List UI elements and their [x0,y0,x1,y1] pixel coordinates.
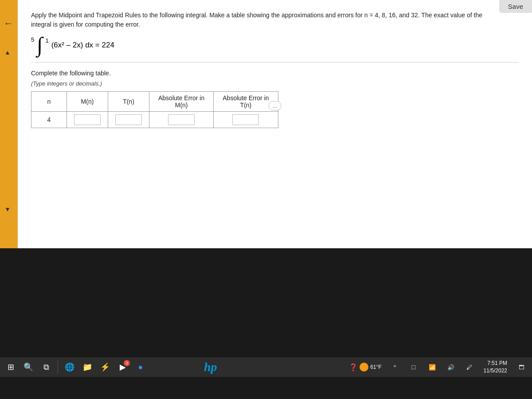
integral-expression: (6x² – 2x) dx = 224 [51,41,114,50]
cell-mn [67,112,108,128]
input-abs-tn[interactable] [232,114,259,125]
task-view-button[interactable]: ⧉ [38,359,54,375]
save-button[interactable]: Save [499,0,532,13]
taskbar: ⊞ 🔍 ⧉ 🌐 📁 ⚡ ▶ 3 ● ❓ 61°F ^ □ 📶 [0,357,532,377]
integral-symbol: ∫ [37,36,43,53]
back-arrow-icon[interactable]: ← [4,18,13,29]
content-area: Save Apply the Midpoint and Trapezoid Ru… [18,0,532,248]
edge-icon: 🌐 [65,362,74,372]
start-button[interactable]: ⊞ [3,359,19,375]
clock-display[interactable]: 7:51 PM 11/5/2022 [480,359,511,375]
input-tn[interactable] [115,114,142,125]
col-header-mn: M(n) [67,92,108,112]
col-header-tn: T(n) [108,92,149,112]
flash-icon: ⚡ [100,362,110,372]
cell-abs-tn [214,112,278,128]
windows-icon: ⊞ [8,362,14,372]
main-content-area: ← ▲ ▼ Save Apply the Midpoint and Trapez… [0,0,532,248]
clock-time: 7:51 PM [484,360,507,367]
col-header-n: n [31,92,67,112]
col-header-abs-tn: Absolute Error inT(n) [214,92,278,112]
task-view-icon: ⧉ [43,363,49,372]
system-tray: ❓ 61°F ^ □ 📶 🔊 🖊 7:51 PM 11/5/2022 🗔 [346,359,529,375]
taskbar-separator [58,361,58,373]
pen-icon[interactable]: 🖊 [462,359,477,375]
search-icon: 🔍 [23,362,33,372]
input-abs-mn[interactable] [168,114,195,125]
notifications-button[interactable]: 🗔 [513,359,529,375]
edge-button[interactable]: 🌐 [62,359,78,375]
volume-icon[interactable]: 🔊 [443,359,459,375]
input-mn[interactable] [74,114,101,125]
integral-upper: 5 [31,36,34,43]
desktop-area [0,377,532,399]
chevron-up-icon[interactable]: ^ [387,359,403,375]
integral-lower-bound: 1 [45,36,48,44]
files-icon: 📁 [82,362,92,372]
chrome-button[interactable]: ● [133,359,149,375]
cell-abs-mn [149,112,214,128]
problem-description: Apply the Midpoint and Trapezoid Rules t… [31,9,519,29]
weather-icon [360,363,368,372]
integral-bounds: 5 [31,36,34,41]
search-button[interactable]: 🔍 [20,359,36,375]
hp-logo: hp [204,360,217,374]
col-header-abs-mn: Absolute Error inM(n) [149,92,214,112]
question-icon: ❓ [349,363,358,372]
weather-widget[interactable]: ❓ 61°F [346,359,384,375]
divider [31,62,519,63]
integral-display: 5 ∫ 1 (6x² – 2x) dx = 224 [31,36,519,53]
ellipsis-button[interactable]: ... [269,101,282,110]
scroll-up-icon[interactable]: ▲ [4,49,11,56]
scroll-down-icon[interactable]: ▼ [4,206,11,213]
type-hint: (Type integers or decimals.) [31,80,519,87]
cell-tn [108,112,149,128]
notification-tray-icon[interactable]: □ [406,359,422,375]
network-icon[interactable]: 📶 [424,359,440,375]
integral-lower: 1 [45,37,48,44]
chrome-icon: ● [138,363,143,372]
flash-button[interactable]: ⚡ [97,359,113,375]
left-sidebar: ← ▲ ▼ [0,0,18,248]
notification-badge: 3 [124,360,130,366]
clock-time-date: 7:51 PM 11/5/2022 [484,360,507,375]
clock-date: 11/5/2022 [484,367,507,375]
table-row: 4 [31,112,278,128]
files-button[interactable]: 📁 [79,359,95,375]
video-button[interactable]: ▶ 3 [115,359,131,375]
cell-n: 4 [31,112,67,128]
complete-instruction: Complete the following table. [31,70,519,77]
data-table: n M(n) T(n) Absolute Error inM(n) Absolu… [31,91,278,128]
weather-temp: 61°F [370,364,381,370]
